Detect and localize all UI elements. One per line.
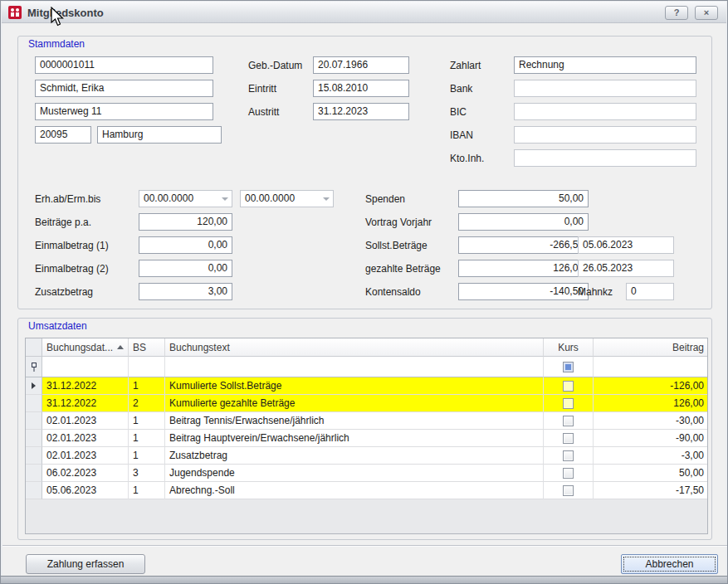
chevron-down-icon[interactable] <box>222 197 228 201</box>
cell-date[interactable]: 31.12.2022 <box>42 377 129 395</box>
grid-filter-row[interactable] <box>26 357 707 377</box>
mahnkz-field[interactable]: 0 <box>626 283 674 300</box>
table-row[interactable]: 31.12.2022 1 Kumulierte Sollst.Beträge -… <box>26 377 707 395</box>
grid-empty-area <box>26 499 707 534</box>
help-button[interactable]: ? <box>665 6 688 20</box>
cell-kurs[interactable] <box>544 482 594 499</box>
cell-text[interactable]: Jugendspende <box>165 465 544 482</box>
cell-beitrag[interactable]: -30,00 <box>594 412 708 430</box>
spenden-field[interactable]: 50,00 <box>458 190 589 207</box>
cell-date[interactable]: 31.12.2022 <box>42 395 129 412</box>
cell-date[interactable]: 02.01.2023 <box>42 412 129 430</box>
bic-field[interactable] <box>514 103 696 120</box>
cell-text[interactable]: Kumulierte Sollst.Beträge <box>165 377 544 395</box>
cell-kurs[interactable] <box>544 465 594 482</box>
close-button[interactable]: × <box>695 6 718 20</box>
cell-kurs[interactable] <box>544 430 594 447</box>
filter-cell-beitrag[interactable] <box>594 357 708 377</box>
cell-date[interactable]: 06.02.2023 <box>42 465 129 482</box>
erh-from-value: 00.00.0000 <box>144 192 193 204</box>
ktoinh-field[interactable] <box>514 149 696 167</box>
cell-beitrag[interactable]: -3,00 <box>594 447 708 465</box>
iban-field[interactable] <box>514 126 696 144</box>
cell-date[interactable]: 02.01.2023 <box>42 447 129 465</box>
table-row[interactable]: 06.02.2023 3 Jugendspende 50,00 <box>26 465 707 482</box>
austritt-field[interactable]: 31.12.2023 <box>313 103 409 120</box>
kurs-checkbox[interactable] <box>563 433 574 444</box>
name-field[interactable]: Schmidt, Erika <box>35 80 213 97</box>
zahlart-field[interactable]: Rechnung <box>514 56 696 74</box>
cell-beitrag[interactable]: 126,00 <box>594 395 708 412</box>
table-row[interactable]: 05.06.2023 1 Abrechng.-Soll -17,50 <box>26 482 707 499</box>
cell-text[interactable]: Abrechng.-Soll <box>165 482 544 499</box>
kurs-checkbox[interactable] <box>563 416 574 426</box>
cell-date[interactable]: 02.01.2023 <box>42 430 129 447</box>
bank-field[interactable] <box>514 80 696 97</box>
sollst-field[interactable]: -266,50 <box>458 236 589 254</box>
column-header-buchungstext[interactable]: Buchungstext <box>165 338 544 357</box>
gezahlt-date-field[interactable]: 26.05.2023 <box>578 260 674 277</box>
eintritt-field[interactable]: 15.08.2010 <box>313 80 409 97</box>
column-header-label: Buchungstext <box>169 342 230 353</box>
kurs-checkbox[interactable] <box>563 381 574 392</box>
einmalbetrag2-field[interactable]: 0,00 <box>139 260 232 277</box>
abbrechen-button[interactable]: Abbrechen <box>621 554 718 574</box>
cell-beitrag[interactable]: 50,00 <box>594 465 708 482</box>
cell-bs[interactable]: 1 <box>129 412 165 430</box>
zusatzbetrag-field[interactable]: 3,00 <box>139 283 232 300</box>
cell-beitrag[interactable]: -126,00 <box>594 377 708 395</box>
kurs-checkbox[interactable] <box>563 398 574 409</box>
vortrag-field[interactable]: 0,00 <box>458 213 589 231</box>
titlebar[interactable]: Mitgliedskonto ? × <box>2 2 726 23</box>
erh-to-dropdown[interactable]: 00.00.0000 <box>240 190 334 207</box>
cell-text[interactable]: Kumulierte gezahlte Beträge <box>165 395 544 412</box>
table-row[interactable]: 02.01.2023 1 Beitrag Hauptverein/Erwachs… <box>26 430 707 447</box>
filter-cell-text[interactable] <box>165 357 544 377</box>
cell-date[interactable]: 05.06.2023 <box>42 482 129 499</box>
geb-datum-field[interactable]: 20.07.1966 <box>313 56 409 74</box>
filter-cell-kurs[interactable] <box>544 357 594 377</box>
zahlung-erfassen-button[interactable]: Zahlung erfassen <box>26 554 145 574</box>
filter-cell-date[interactable] <box>42 357 129 377</box>
kontensaldo-field[interactable]: -140,50 <box>458 283 589 300</box>
erh-from-dropdown[interactable]: 00.00.0000 <box>139 190 232 207</box>
kurs-checkbox[interactable] <box>563 485 574 496</box>
street-field[interactable]: Musterweg 11 <box>35 103 213 120</box>
city-field[interactable]: Hamburg <box>97 126 222 144</box>
cell-text[interactable]: Zusatzbetrag <box>165 447 544 465</box>
cell-kurs[interactable] <box>544 412 594 430</box>
table-row[interactable]: 31.12.2022 2 Kumulierte gezahlte Beträge… <box>26 395 707 412</box>
cell-text[interactable]: Beitrag Hauptverein/Erwachsene/jährlich <box>165 430 544 447</box>
table-row[interactable]: 02.01.2023 1 Zusatzbetrag -3,00 <box>26 447 707 465</box>
cell-kurs[interactable] <box>544 395 594 412</box>
table-row[interactable]: 02.01.2023 1 Beitrag Tennis/Erwachsene/j… <box>26 412 707 430</box>
column-header-kurs[interactable]: Kurs <box>544 338 594 357</box>
cell-bs[interactable]: 1 <box>129 377 165 395</box>
cell-beitrag[interactable]: -90,00 <box>594 430 708 447</box>
cell-kurs[interactable] <box>544 377 594 395</box>
cell-bs[interactable]: 1 <box>129 482 165 499</box>
kurs-checkbox[interactable] <box>563 450 574 461</box>
member-number-field[interactable]: 0000001011 <box>35 56 213 74</box>
einmalbetrag1-field[interactable]: 0,00 <box>139 236 232 254</box>
cell-bs[interactable]: 1 <box>129 430 165 447</box>
column-header-beitrag[interactable]: Beitrag <box>594 338 708 357</box>
zahlart-label: Zahlart <box>450 60 481 71</box>
sollst-date-field[interactable]: 05.06.2023 <box>578 236 674 254</box>
beitraege-field[interactable]: 120,00 <box>139 213 232 231</box>
kurs-checkbox[interactable] <box>563 468 574 479</box>
cell-bs[interactable]: 1 <box>129 447 165 465</box>
column-header-bs[interactable]: BS <box>129 338 165 357</box>
chevron-down-icon[interactable] <box>323 197 330 201</box>
cell-text[interactable]: Beitrag Tennis/Erwachsene/jährlich <box>165 412 544 430</box>
cell-bs[interactable]: 3 <box>129 465 165 482</box>
cell-beitrag[interactable]: -17,50 <box>594 482 708 499</box>
app-icon <box>8 6 22 19</box>
filter-cell-bs[interactable] <box>129 357 165 377</box>
zip-field[interactable]: 20095 <box>35 126 91 144</box>
column-header-buchungsdatum[interactable]: Buchungsdat... <box>42 338 129 357</box>
gezahlt-field[interactable]: 126,00 <box>458 260 589 277</box>
cell-bs[interactable]: 2 <box>129 395 165 412</box>
cell-kurs[interactable] <box>544 447 594 465</box>
kurs-filter-checkbox[interactable] <box>563 362 574 372</box>
